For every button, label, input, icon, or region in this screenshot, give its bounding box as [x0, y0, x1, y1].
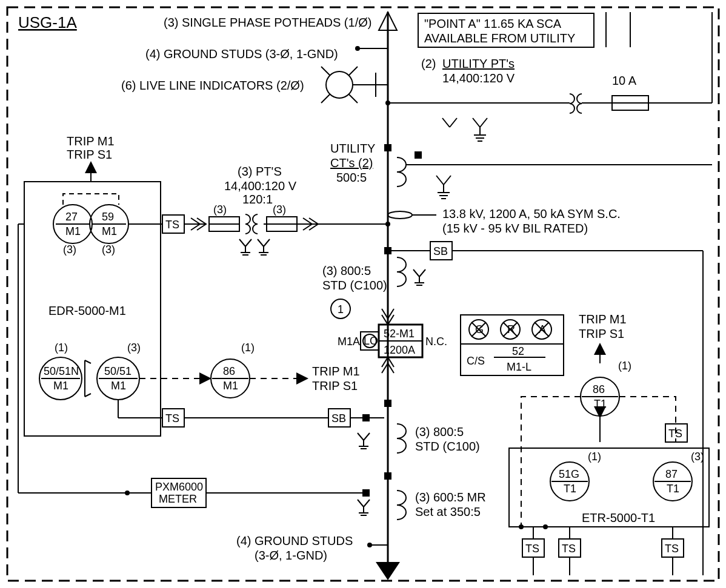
- svg-line-19: [473, 118, 480, 127]
- light-r: R: [507, 323, 515, 335]
- breaker-qty: 1: [338, 303, 344, 315]
- relay-59: 59: [102, 211, 114, 223]
- svg-point-52: [385, 222, 390, 226]
- ct1-l1: (3) 800:5: [322, 264, 371, 277]
- breaker-m1a: M1A: [338, 335, 360, 348]
- pts-qty: (3) PT'S: [238, 165, 282, 178]
- svg-line-69: [419, 269, 425, 277]
- ts-box-b2: TS: [562, 543, 576, 555]
- groundstuds-label: (4) GROUND STUDS (3-Ø, 1-GND): [145, 47, 338, 61]
- utility-ct-ratio: 500:5: [336, 171, 367, 184]
- pts-n3-right: (3): [273, 203, 286, 216]
- pts-ratio: 14,400:120 V: [224, 179, 297, 193]
- svg-line-7: [348, 67, 358, 76]
- lights-dev: 52: [512, 345, 524, 357]
- relay-5051n: 50/51N: [44, 365, 79, 377]
- ct2-l2: STD (C100): [415, 440, 480, 453]
- relay-5051n-m1: M1: [53, 380, 68, 392]
- ts-box-b1: TS: [525, 543, 539, 555]
- trip-s1-left: TRIP S1: [67, 148, 112, 161]
- relay-86t1-t1: T1: [594, 398, 607, 410]
- diagram-title: USG-1A: [18, 13, 77, 31]
- lights-trip-m1: TRIP M1: [579, 312, 627, 326]
- bottom-gs2: (3-Ø, 1-GND): [255, 549, 327, 562]
- svg-line-20: [480, 118, 487, 127]
- trip-m1-left: TRIP M1: [67, 134, 115, 148]
- ct3-l1: (3) 600:5 MR: [415, 491, 486, 504]
- point-a-line2: AVAILABLE FROM UTILITY: [424, 31, 575, 45]
- relay-27-qty: (3): [63, 243, 76, 256]
- svg-line-9: [348, 94, 358, 103]
- svg-line-6: [321, 67, 330, 76]
- svg-rect-63: [384, 247, 391, 254]
- breaker-dev: 52-M1: [384, 328, 415, 340]
- svg-line-100: [358, 433, 364, 440]
- svg-line-107: [358, 500, 364, 507]
- relay-27: 27: [65, 211, 78, 223]
- ts-box-1: TS: [165, 219, 179, 231]
- utility-pt-name: UTILITY PT's: [442, 57, 515, 70]
- svg-rect-99: [384, 400, 391, 407]
- svg-line-101: [364, 433, 370, 440]
- breaker-lo: LO: [364, 335, 378, 347]
- svg-point-34: [388, 211, 412, 219]
- svg-line-8: [321, 94, 330, 103]
- ts-box-b3: TS: [665, 543, 679, 555]
- relay-59-m1: M1: [102, 225, 117, 237]
- svg-line-68: [413, 269, 419, 277]
- pts-ratio2: 120:1: [242, 193, 273, 206]
- bus-rating-2: (15 kV - 95 kV BIL RATED): [442, 222, 588, 235]
- bottom-gs1: (4) GROUND STUDS: [236, 534, 353, 547]
- relay-5051-m1: M1: [111, 380, 126, 392]
- relay-51g: 51G: [559, 468, 579, 480]
- lights-cs: C/S: [467, 355, 485, 367]
- svg-line-29: [444, 176, 451, 185]
- svg-line-28: [436, 176, 444, 185]
- relay-86: 86: [223, 365, 235, 377]
- svg-line-17: [442, 118, 450, 127]
- potheads-label: (3) SINGLE PHASE POTHEADS (1/Ø): [164, 16, 371, 29]
- relay-59-qty: (3): [102, 243, 115, 256]
- svg-line-58: [258, 239, 264, 246]
- relay-86t1-qty: (1): [618, 360, 631, 372]
- edr-label: EDR-5000-M1: [48, 304, 126, 317]
- utility-pt-ratio: 14,400:120 V: [442, 71, 515, 85]
- svg-point-139: [519, 524, 524, 529]
- sb-box-1: SB: [433, 245, 448, 257]
- relay-27-m1: M1: [65, 225, 81, 237]
- svg-rect-105: [384, 472, 391, 480]
- pts-n3-left: (3): [213, 203, 227, 216]
- bus-rating-1: 13.8 kV, 1200 A, 50 kA SYM S.C.: [442, 207, 621, 220]
- svg-point-138: [543, 524, 548, 529]
- trip-s1-mid: TRIP S1: [312, 379, 358, 392]
- relay-5051: 50/51: [104, 365, 132, 377]
- svg-line-108: [364, 500, 370, 507]
- breaker-amps: 1200A: [384, 344, 415, 356]
- utility-ct-name: UTILITY: [330, 142, 375, 155]
- svg-line-18: [450, 118, 457, 127]
- lights-trip-s1: TRIP S1: [579, 327, 624, 340]
- ts-box-2: TS: [165, 412, 179, 424]
- relay-5051-qty: (3): [127, 342, 141, 354]
- light-g: G: [475, 323, 484, 335]
- trip-m1-mid: TRIP M1: [312, 365, 360, 378]
- utility-ct-sub: CT's (2): [330, 156, 373, 170]
- liveline-symbol: [321, 67, 388, 103]
- svg-line-59: [264, 239, 270, 246]
- svg-line-53: [239, 239, 245, 246]
- utility-pt-symbol: [570, 94, 612, 113]
- relay-5051n-qty: (1): [55, 342, 68, 354]
- relay-51g-t1: T1: [564, 483, 576, 495]
- relay-87-t1: T1: [667, 483, 679, 495]
- relay-86t1: 86: [593, 383, 605, 395]
- lights-targ: M1-L: [507, 361, 531, 373]
- fuse-10a: 10 A: [612, 74, 637, 87]
- sb-box-2: SB: [331, 412, 346, 424]
- svg-rect-25: [384, 144, 391, 151]
- etr-51g-qty: (1): [588, 451, 601, 463]
- svg-rect-26: [415, 151, 422, 159]
- etr-label: ETR-5000-T1: [582, 511, 655, 524]
- ts-box-r1: TS: [668, 428, 682, 440]
- utility-ct-coil: [397, 157, 406, 187]
- ct2-l1: (3) 800:5: [415, 425, 464, 438]
